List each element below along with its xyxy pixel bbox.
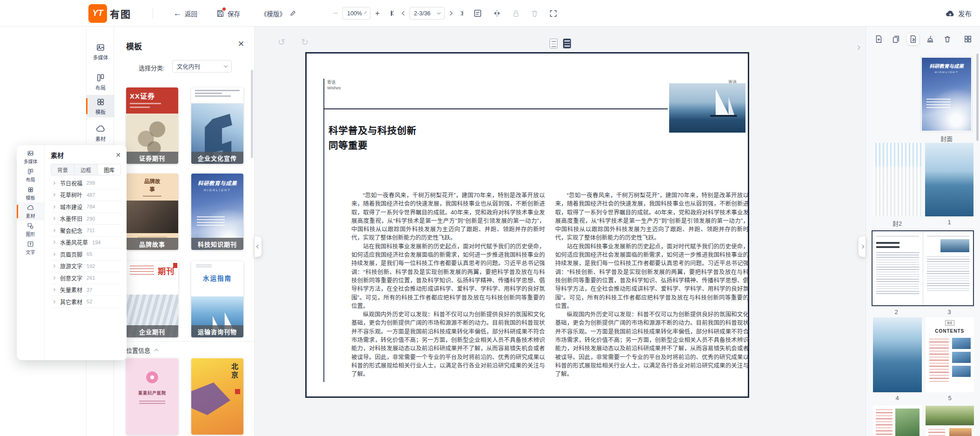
page-thumb-1[interactable] [925,143,974,216]
page-thumb-fu2[interactable] [873,143,922,216]
mini-sidebar-multimedia[interactable]: 多媒体 [17,148,44,166]
pages-panel-scrollbar[interactable] [976,54,979,141]
category-select[interactable]: 文化内刊 [172,60,232,73]
template-panel-scrollbar[interactable] [251,70,253,158]
chevron-right-icon [52,276,55,280]
grid-view-icon[interactable] [962,33,974,45]
page-thumb-5[interactable]: 目录 CONTENTS [926,317,974,392]
page-pair-2-3-selected[interactable] [872,230,974,306]
close-icon[interactable]: ✕ [115,151,121,159]
lock-icon[interactable] [512,9,520,18]
mini-sidebar-template[interactable]: 模板 [17,184,44,202]
asset-category-row[interactable]: 花草树叶487 [51,189,121,201]
asset-category-row[interactable]: 页眉页脚65 [51,248,121,261]
asset-category-count: 52 [87,299,92,304]
page-thumb-4[interactable] [873,317,922,392]
position-info-toggle[interactable]: 位置信息 [114,341,255,358]
app-logo[interactable]: YT [88,4,107,23]
asset-category-name: 旅游文字 [60,262,82,270]
clear-page-icon[interactable] [924,33,936,45]
pages-toolbar [873,32,974,46]
tab-background[interactable]: 背景 [51,164,74,175]
document-spread[interactable]: 寄语 Wishes 寄语 Wishes 科学普及与科技创新 同等重要 “忽如一夜… [305,52,749,398]
text-column-left[interactable]: “忽如一夜春风来，千树万树梨花开”，建国70年来，特别是改革开放以来，随着我国经… [351,191,545,379]
page-thumb-7[interactable] [926,406,974,436]
spread-view-icon[interactable] [563,39,571,48]
prev-page-button[interactable] [403,12,406,15]
mini-sidebar-layout[interactable]: 布局 [17,166,44,184]
page-pair-4-5[interactable]: 目录 CONTENTS [873,317,974,392]
collapse-right-panel-tab[interactable] [859,236,866,257]
edit-pencil-icon[interactable] [289,10,296,17]
asset-category-row[interactable]: 聚会纪念711 [51,225,121,237]
tab-gallery[interactable]: 图库 [98,164,121,175]
asset-category-row[interactable]: 其它素材52 [51,296,121,308]
zoom-select[interactable]: 100% [342,7,370,20]
page-indicator-select[interactable]: 2-3/36 [409,7,445,20]
last-page-button[interactable] [459,11,463,16]
undo-icon[interactable]: ↺ [278,37,285,47]
mirror-page-icon[interactable] [492,9,502,18]
mini-sidebar-text[interactable]: 文字 [17,239,44,257]
first-page-button[interactable] [391,11,395,16]
template-card-tech-journal[interactable]: 科研教育与成果 HIGHLIGHT 科技知识期刊 [191,174,243,250]
template-card-transport-journal[interactable]: 水运指南 运输咨询刊物 [191,261,243,337]
asset-category-row[interactable]: 旅游文字192 [51,261,121,273]
asset-category-row[interactable]: 矢量素材37 [51,284,121,296]
delete-icon[interactable] [530,9,539,18]
asset-category-row[interactable]: 水墨风花草194 [51,237,121,249]
collapse-left-panel-tab[interactable] [255,236,262,257]
page-thumb-cover[interactable]: 科研教育与成果 HIGHLIGHT [921,57,972,132]
sidebar-item-layout[interactable]: 布局 [87,71,114,93]
text-column-right[interactable]: “忽如一夜春风来，千树万树梨花开”，建国70年来，特别是改革开放以来，随着我国经… [555,191,749,379]
cover-title: 科研教育与成果 [191,179,243,187]
single-page-view-icon[interactable] [550,39,557,48]
next-page-button[interactable] [449,12,452,15]
add-page-icon[interactable] [873,33,885,45]
template-card-hospital[interactable]: 莱莱妇产医院 [126,358,178,435]
template-card-enterprise-journal[interactable]: 期刊 企业期刊 [126,261,178,337]
tab-border[interactable]: 边框 [74,164,98,175]
page-label: 封2 [873,219,921,228]
page-pair-6-7[interactable] [873,406,974,436]
page-setup-icon[interactable] [473,9,482,18]
delete-page-icon[interactable] [941,33,953,45]
redo-icon[interactable]: ↻ [301,37,309,47]
duplicate-page-icon[interactable] [890,33,902,45]
publish-button[interactable]: 发布 [946,0,972,27]
cover-title: 品牌故事 [143,178,161,196]
brand-name: 有图 [110,7,131,20]
asset-category-row[interactable]: 创意文字261 [51,272,121,284]
asset-category-name: 矢量素材 [60,286,82,294]
asset-category-row[interactable]: 水墨怀旧290 [51,213,121,225]
page-pair-fu2-1[interactable] [873,143,973,216]
asset-category-row[interactable]: 节日祝福299 [51,177,121,189]
page-thumb-6[interactable] [873,406,922,436]
chevron-right-icon [52,193,55,196]
page-thumb-2[interactable] [873,231,923,305]
template-card-corporate-culture[interactable]: 企业文化宣传 [191,87,243,164]
template-card-brand-story[interactable]: 品牌故事 品牌故事 [126,174,178,250]
template-card-securities[interactable]: XX证券 证券期刊 [126,87,178,164]
fullscreen-icon[interactable] [549,9,557,18]
replace-page-icon[interactable] [907,33,919,45]
cloud-icon [96,124,105,134]
expand-right-panel-icon[interactable] [856,43,859,51]
chevron-right-icon [52,288,55,291]
zoom-out-button[interactable]: − [331,9,340,18]
mini-sidebar-assets[interactable]: 素材 [17,202,44,221]
asset-category-row[interactable]: 城市建设784 [51,201,121,213]
sidebar-item-template[interactable]: 模板 [87,95,114,117]
publish-cloud-icon [946,9,955,17]
article-title[interactable]: 科学普及与科技创新 同等重要 [329,123,416,153]
sidebar-item-assets[interactable]: 素材 [87,122,114,144]
sidebar-item-multimedia[interactable]: 多媒体 [87,40,114,63]
back-button[interactable]: ← 返回 [174,9,197,18]
zoom-in-button[interactable]: + [373,9,382,18]
close-icon[interactable]: ✕ [236,40,246,49]
template-card-beijing[interactable]: 北京 [191,358,243,435]
mini-sidebar-shapes[interactable]: 图形 [17,221,44,239]
save-button[interactable]: 保存 [216,9,240,18]
page-thumb-3[interactable] [923,231,973,305]
sailboat-photo[interactable] [669,83,745,133]
